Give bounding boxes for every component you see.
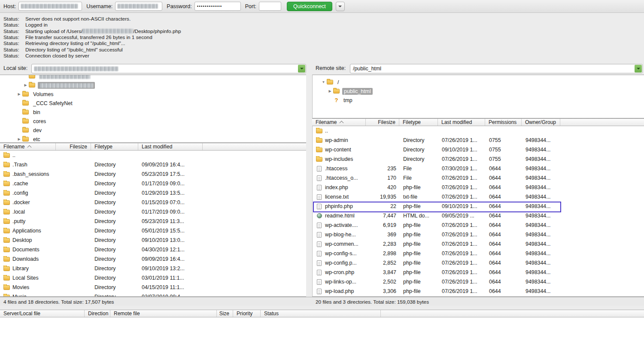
file-row[interactable]: index.php420php-file07/26/2019 1...06449…: [313, 183, 644, 192]
column-header[interactable]: Filename: [312, 119, 366, 126]
file-row[interactable]: wp-cron.php3,847php-file07/26/2019 1...0…: [313, 268, 644, 277]
tree-item[interactable]: ▶Volumes: [0, 90, 306, 99]
file-row[interactable]: .localDirectory01/17/2019 09:0...: [0, 207, 306, 217]
file-row[interactable]: wp-links-op...2,502php-file07/26/2019 1.…: [313, 277, 644, 287]
tree-item[interactable]: [0, 75, 306, 81]
folder-icon: [3, 266, 10, 271]
quickconnect-dropdown-button[interactable]: [336, 2, 345, 11]
column-header[interactable]: Filesize: [56, 143, 91, 150]
file-row[interactable]: DocumentsDirectory04/30/2019 12:1...: [0, 245, 306, 254]
column-header[interactable]: Priority: [233, 310, 261, 317]
column-header[interactable]: Filetype: [399, 119, 438, 126]
column-header[interactable]: Filename: [0, 143, 56, 150]
local-site-combo[interactable]: [31, 64, 306, 73]
file-cell: 22: [366, 203, 400, 209]
file-row[interactable]: ApplicationsDirectory05/01/2019 15:5...: [0, 226, 306, 235]
quickconnect-button[interactable]: Quickconnect: [287, 2, 332, 11]
file-row[interactable]: .htaccess_o...170File07/26/2019 1...0644…: [313, 173, 644, 183]
remote-site-combo[interactable]: /public_html: [350, 64, 643, 73]
file-cell: 09/09/2019 16:4...: [138, 256, 203, 262]
column-header[interactable]: Permissions: [485, 119, 522, 126]
file-row[interactable]: MusicDirectory03/07/2019 08:4...: [0, 292, 306, 297]
tree-item[interactable]: ▶etc: [0, 135, 306, 143]
file-row[interactable]: wp-adminDirectory07/26/2019 1...07559498…: [313, 136, 644, 145]
file-icon: [317, 251, 322, 256]
sort-ascending-icon: [27, 145, 32, 150]
file-row[interactable]: LibraryDirectory09/10/2019 13:2...: [0, 264, 306, 273]
file-row[interactable]: wp-blog-he...369php-file07/26/2019 1...0…: [313, 230, 644, 239]
file-row[interactable]: ..: [0, 151, 306, 160]
file-cell: 01/29/2019 13:5...: [138, 190, 203, 196]
file-row[interactable]: .configDirectory01/29/2019 13:5...: [0, 188, 306, 198]
file-row[interactable]: license.txt19,935txt-file07/26/2019 1...…: [313, 192, 644, 202]
status-line-label: Status:: [0, 53, 25, 59]
file-cell: 09/09/2019 16:4...: [138, 162, 203, 168]
file-row[interactable]: ..: [313, 126, 644, 136]
chevron-right-icon[interactable]: ▶: [16, 137, 22, 141]
chevron-right-icon[interactable]: ▶: [22, 83, 29, 87]
tree-item[interactable]: dev: [0, 126, 306, 135]
file-row[interactable]: wp-load.php3,306php-file07/26/2019 1...0…: [313, 287, 644, 296]
tree-item[interactable]: bin: [0, 108, 306, 117]
chevron-right-icon[interactable]: ▶: [327, 89, 333, 93]
column-header[interactable]: Status: [261, 310, 381, 317]
column-header[interactable]: Direction: [85, 310, 110, 317]
file-row[interactable]: wp-config-s...2,898php-file07/26/2019 1.…: [313, 249, 644, 258]
file-row[interactable]: wp-commen...2,283php-file07/26/2019 1...…: [313, 239, 644, 249]
file-cell: php-file: [400, 279, 438, 285]
local-status-bar: 4 files and 18 directories. Total size: …: [3, 297, 114, 306]
tree-item-label: [38, 75, 92, 80]
chevron-down-icon[interactable]: ▼: [320, 80, 327, 84]
file-row[interactable]: .cacheDirectory01/17/2019 09:0...: [0, 179, 306, 188]
file-row-highlighted[interactable]: phpinfo.php22php-file09/10/2019 1...0644…: [313, 202, 644, 211]
file-row[interactable]: .bash_sessionsDirectory05/23/2019 17:5..…: [0, 169, 306, 179]
column-header[interactable]: Last modified: [438, 119, 485, 126]
file-cell: 9498344...: [522, 222, 561, 228]
column-header[interactable]: Last modified: [138, 143, 203, 150]
file-row[interactable]: DownloadsDirectory09/09/2019 16:4...: [0, 254, 306, 264]
tree-item[interactable]: _CCC SafetyNet: [0, 99, 306, 108]
username-label: Username:: [86, 3, 112, 9]
file-row[interactable]: .htaccess235File07/30/2019 1...064494983…: [313, 164, 644, 173]
column-header[interactable]: Filesize: [366, 119, 399, 126]
status-line: Status:Starting upload of /Users//Deskto…: [0, 28, 644, 34]
transfer-queue-body: [0, 317, 644, 356]
tree-item[interactable]: ▶: [0, 81, 306, 90]
port-input[interactable]: [259, 2, 281, 11]
file-cell: 0755: [486, 147, 522, 153]
tree-item[interactable]: ▼/: [313, 78, 644, 87]
file-cell: 0644: [486, 241, 522, 247]
file-row[interactable]: .TrashDirectory09/09/2019 16:4...: [0, 160, 306, 169]
column-header[interactable]: Size: [217, 310, 233, 317]
file-cell: 0644: [486, 260, 522, 266]
file-row[interactable]: wp-contentDirectory09/10/2019 1...075594…: [313, 145, 644, 154]
file-row[interactable]: Local SitesDirectory03/01/2019 11:1...: [0, 273, 306, 283]
username-input[interactable]: [115, 2, 162, 11]
tree-item[interactable]: cores: [0, 117, 306, 126]
status-line-message: File transfer successful, transferred 26…: [25, 34, 152, 40]
local-site-dropdown-button[interactable]: [298, 65, 305, 72]
file-row[interactable]: wp-includesDirectory07/26/2019 1...07559…: [313, 154, 644, 164]
chevron-right-icon[interactable]: ▶: [16, 92, 22, 96]
file-cell: 01/15/2019 07:0...: [138, 199, 203, 205]
tree-item[interactable]: ?tmp: [313, 96, 644, 105]
column-header[interactable]: Remote file: [110, 310, 217, 317]
file-row[interactable]: .puttyDirectory05/23/2019 11:3...: [0, 217, 306, 226]
file-row[interactable]: readme.html7,447HTML do...09/05/2019 ...…: [313, 211, 644, 220]
password-input[interactable]: •••••••••••••: [194, 2, 241, 11]
file-cell: 07/30/2019 1...: [438, 166, 486, 172]
tree-item[interactable]: ▶public_html: [313, 87, 644, 96]
remote-site-dropdown-button[interactable]: [635, 65, 642, 72]
column-header[interactable]: Server/Local file: [0, 310, 85, 317]
file-row[interactable]: wp-activate....6,919php-file07/26/2019 1…: [313, 220, 644, 230]
file-row[interactable]: DesktopDirectory09/10/2019 13:0...: [0, 235, 306, 245]
file-cell: 07/26/2019 1...: [438, 232, 486, 238]
file-row[interactable]: wp-config.p...2,852php-file07/26/2019 1.…: [313, 258, 644, 268]
column-header[interactable]: Owner/Group: [522, 119, 560, 126]
column-header[interactable]: Filetype: [91, 143, 138, 150]
file-row[interactable]: .dockerDirectory01/15/2019 07:0...: [0, 198, 306, 207]
file-row[interactable]: MoviesDirectory04/15/2019 11:1...: [0, 283, 306, 292]
folder-icon: [3, 219, 10, 224]
file-cell: wp-blog-he...: [313, 232, 366, 238]
host-input[interactable]: [18, 2, 82, 11]
